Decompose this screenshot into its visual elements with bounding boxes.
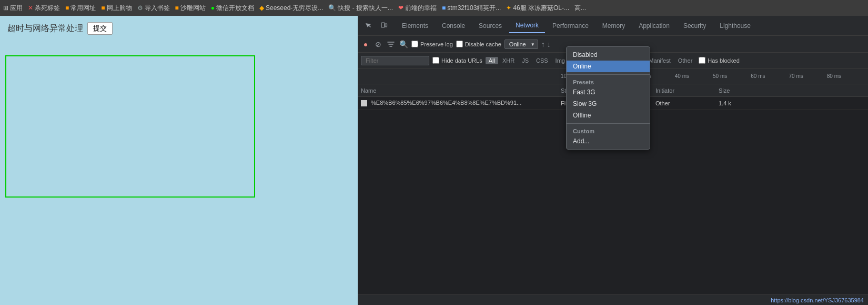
bookmark-stm32[interactable]: ■ stm32f103精英开... bbox=[442, 4, 501, 13]
dropdown-add[interactable]: Add... bbox=[567, 135, 650, 147]
dropdown-custom-label: Custom bbox=[567, 126, 650, 135]
devtools-tab-bar: Elements Console Sources Network Perform… bbox=[358, 16, 868, 36]
dropdown-presets-label: Presets bbox=[567, 77, 650, 86]
time-60ms: 60 ms bbox=[751, 73, 789, 79]
bookmark-sandiao[interactable]: ■ 沙雕网站 bbox=[175, 4, 206, 13]
dropdown-online[interactable]: Online bbox=[567, 61, 650, 72]
disable-cache-label[interactable]: Disable cache bbox=[456, 41, 501, 47]
dropdown-divider bbox=[567, 74, 650, 75]
search-icon[interactable]: 🔍 bbox=[399, 40, 408, 49]
dropdown-disabled[interactable]: Disabled bbox=[567, 49, 650, 61]
svg-rect-0 bbox=[381, 23, 385, 27]
upload-icon: ↑ bbox=[541, 40, 545, 48]
submit-button[interactable]: 提交 bbox=[87, 22, 113, 35]
th-name[interactable]: Name bbox=[358, 87, 558, 94]
bookmark-wechat[interactable]: ● 微信开放文档 bbox=[211, 4, 254, 13]
time-50ms: 50 ms bbox=[713, 73, 751, 79]
device-toggle-icon[interactable] bbox=[378, 19, 390, 32]
inspect-icon[interactable] bbox=[362, 19, 375, 32]
status-bar: https://blog.csdn.net/YSJ367635984 bbox=[358, 294, 868, 305]
filter-all-button[interactable]: All bbox=[486, 57, 498, 64]
preserve-log-checkbox[interactable] bbox=[411, 41, 418, 47]
tab-application[interactable]: Application bbox=[632, 19, 676, 33]
network-condition-dropdown: Online bbox=[504, 40, 538, 49]
tab-elements[interactable]: Elements bbox=[396, 19, 435, 33]
cell-initiator: Other bbox=[652, 100, 715, 106]
bookmark-apps[interactable]: ⊞ 应用 bbox=[3, 4, 23, 13]
time-80ms: 80 ms bbox=[827, 73, 865, 79]
cell-name: %E8%B6%85%E6%97%B6%E4%B8%8E%E7%BD%91... bbox=[358, 100, 558, 106]
upload-download-icons: ↑ ↓ bbox=[541, 40, 551, 48]
clear-button[interactable]: ⊘ bbox=[374, 40, 383, 49]
bookmark-common[interactable]: ■ 常用网址 bbox=[65, 4, 96, 13]
disable-cache-checkbox[interactable] bbox=[456, 41, 463, 47]
has-blocked-checkbox[interactable] bbox=[699, 57, 705, 64]
dropdown-divider2 bbox=[567, 123, 650, 124]
preserve-log-label[interactable]: Preserve log bbox=[411, 41, 453, 47]
th-initiator[interactable]: Initiator bbox=[652, 87, 715, 94]
main-page-area: 超时与网络异常处理 提交 bbox=[0, 16, 358, 305]
tab-network[interactable]: Network bbox=[509, 18, 545, 33]
filter-icon[interactable] bbox=[386, 40, 396, 49]
record-button[interactable]: ● bbox=[361, 40, 370, 49]
tab-security[interactable]: Security bbox=[677, 19, 712, 33]
bookmark-other[interactable]: 高... bbox=[574, 4, 586, 13]
download-icon: ↓ bbox=[547, 40, 551, 48]
time-70ms: 70 ms bbox=[789, 73, 827, 79]
hide-data-urls-checkbox[interactable] bbox=[432, 57, 439, 64]
page-title: 超时与网络异常处理 bbox=[7, 23, 83, 34]
filter-other-button[interactable]: Other bbox=[675, 57, 696, 64]
filter-input[interactable] bbox=[361, 56, 429, 65]
bookmarks-bar: ⊞ 应用 ✕ 杀死标签 ■ 常用网址 ■ 网上购物 ⚙ 导入书签 ■ 沙雕网站 … bbox=[0, 0, 868, 16]
hide-data-urls-label[interactable]: Hide data URLs bbox=[432, 57, 482, 64]
time-40ms: 40 ms bbox=[675, 73, 713, 79]
dropdown-offline[interactable]: Offline bbox=[567, 110, 650, 121]
bookmark-search[interactable]: 🔍 快搜 - 搜索快人一... bbox=[328, 4, 393, 13]
cell-size: 1.4 k bbox=[715, 100, 758, 106]
bookmark-frontend[interactable]: ❤ 前端的幸福 bbox=[398, 4, 437, 13]
dropdown-slow3g[interactable]: Slow 3G bbox=[567, 98, 650, 110]
devtools-icons bbox=[362, 19, 390, 32]
th-size[interactable]: Size bbox=[715, 87, 758, 94]
bookmark-seeseed[interactable]: ◆ Seeseed-无穷尽设... bbox=[259, 4, 323, 13]
tab-performance[interactable]: Performance bbox=[546, 19, 595, 33]
bookmark-import[interactable]: ⚙ 导入书签 bbox=[137, 4, 170, 13]
filter-js-button[interactable]: JS bbox=[519, 57, 532, 64]
file-icon bbox=[361, 100, 367, 106]
svg-rect-1 bbox=[385, 24, 387, 27]
status-url: https://blog.csdn.net/YSJ367635984 bbox=[771, 297, 864, 303]
page-header: 超时与网络异常处理 提交 bbox=[0, 16, 358, 41]
tab-console[interactable]: Console bbox=[436, 19, 471, 33]
content-box bbox=[5, 55, 255, 198]
dropdown-fast3g[interactable]: Fast 3G bbox=[567, 86, 650, 98]
tab-lighthouse[interactable]: Lighthouse bbox=[713, 19, 757, 33]
bookmark-shopping[interactable]: ■ 网上购物 bbox=[101, 4, 132, 13]
tab-memory[interactable]: Memory bbox=[596, 19, 631, 33]
condition-select-button[interactable]: Online bbox=[504, 40, 538, 49]
network-condition-menu: Disabled Online Presets Fast 3G Slow 3G … bbox=[566, 46, 650, 150]
filter-css-button[interactable]: CSS bbox=[533, 57, 551, 64]
has-blocked-label[interactable]: Has blocked bbox=[699, 57, 740, 64]
bookmark-killtab[interactable]: ✕ 杀死标签 bbox=[28, 4, 60, 13]
tab-sources[interactable]: Sources bbox=[472, 19, 508, 33]
bookmark-game[interactable]: ✦ 46服 冰冻蘑菇OL-... bbox=[506, 4, 569, 13]
filter-xhr-button[interactable]: XHR bbox=[499, 57, 518, 64]
